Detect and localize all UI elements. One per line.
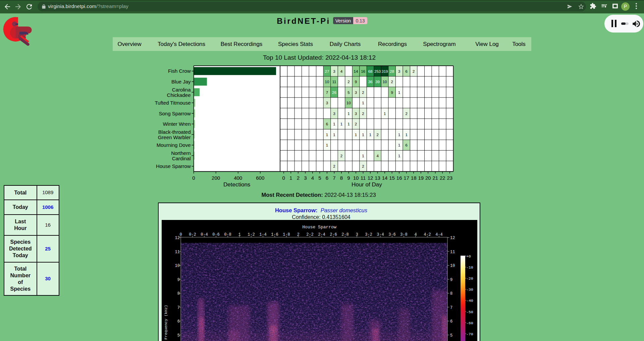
svg-text:Detections: Detections — [223, 181, 250, 188]
svg-text:Frequency (kHz): Frequency (kHz) — [164, 305, 168, 340]
svg-text:Black-throated: Black-throated — [158, 129, 191, 135]
svg-text:21: 21 — [432, 175, 438, 181]
svg-text:1: 1 — [333, 133, 335, 137]
svg-text:Northern: Northern — [171, 150, 191, 156]
svg-text:3: 3 — [304, 175, 307, 181]
svg-text:3: 3 — [326, 101, 328, 105]
svg-text:26: 26 — [332, 91, 336, 95]
svg-text:14: 14 — [354, 69, 358, 73]
svg-text:-10: -10 — [466, 265, 473, 270]
svg-text:20: 20 — [425, 175, 431, 181]
svg-text:1: 1 — [355, 133, 357, 137]
svg-text:11: 11 — [361, 175, 366, 181]
svg-text:1: 1 — [405, 133, 407, 137]
svg-text:2: 2 — [376, 133, 378, 137]
svg-text:7: 7 — [326, 91, 328, 95]
svg-text:68: 68 — [368, 69, 373, 73]
svg-text:11: 11 — [332, 80, 336, 84]
svg-text:12: 12 — [368, 175, 373, 181]
svg-text:400: 400 — [234, 175, 242, 181]
svg-text:9: 9 — [391, 91, 393, 95]
svg-text:9: 9 — [450, 278, 452, 282]
svg-text:6: 6 — [405, 69, 407, 73]
svg-text:1: 1 — [398, 154, 400, 158]
svg-text:0: 0 — [192, 175, 195, 181]
svg-text:7: 7 — [177, 305, 180, 310]
svg-text:2: 2 — [362, 91, 364, 95]
svg-text:Blue Jay: Blue Jay — [171, 79, 191, 84]
svg-text:Green Warbler: Green Warbler — [158, 134, 191, 140]
svg-text:1: 1 — [362, 154, 364, 158]
svg-text:12: 12 — [175, 236, 180, 240]
svg-text:7: 7 — [333, 175, 335, 181]
svg-text:4: 4 — [376, 154, 379, 158]
svg-text:3: 3 — [333, 112, 335, 116]
svg-text:4: 4 — [311, 175, 314, 181]
svg-text:2: 2 — [405, 112, 407, 116]
svg-text:6: 6 — [177, 319, 180, 324]
svg-text:5: 5 — [318, 175, 321, 181]
svg-text:-40: -40 — [466, 298, 473, 303]
svg-text:14: 14 — [382, 175, 388, 181]
svg-text:6: 6 — [326, 175, 328, 181]
svg-text:10: 10 — [325, 80, 329, 84]
svg-text:Cardinal: Cardinal — [172, 156, 191, 161]
svg-text:1: 1 — [362, 101, 364, 105]
svg-text:1: 1 — [340, 122, 342, 126]
svg-text:27: 27 — [325, 69, 329, 73]
svg-text:+0: +0 — [466, 254, 471, 259]
svg-text:Fish Crow: Fish Crow — [168, 68, 191, 74]
svg-text:Hour of Day: Hour of Day — [352, 181, 382, 188]
svg-text:9: 9 — [347, 175, 350, 181]
svg-text:5: 5 — [177, 333, 180, 338]
svg-text:19: 19 — [418, 175, 424, 181]
svg-text:23: 23 — [447, 175, 452, 181]
svg-text:8: 8 — [177, 291, 180, 296]
svg-text:8: 8 — [450, 291, 452, 296]
svg-text:House Sparrow: House Sparrow — [156, 163, 191, 169]
svg-text:319: 319 — [382, 69, 388, 73]
svg-text:3: 3 — [355, 91, 357, 95]
svg-text:-50: -50 — [466, 310, 473, 314]
svg-text:18: 18 — [411, 175, 417, 181]
svg-text:6: 6 — [450, 319, 452, 324]
svg-text:Tufted Titmouse: Tufted Titmouse — [155, 100, 191, 106]
svg-text:6: 6 — [326, 122, 328, 126]
svg-text:-30: -30 — [466, 287, 473, 292]
svg-text:15: 15 — [389, 175, 395, 181]
svg-text:1: 1 — [289, 175, 292, 181]
svg-text:253: 253 — [374, 69, 381, 73]
svg-text:2: 2 — [347, 80, 350, 84]
svg-text:16: 16 — [396, 175, 402, 181]
svg-text:2: 2 — [362, 164, 364, 168]
svg-text:10: 10 — [353, 175, 359, 181]
svg-text:2: 2 — [333, 164, 335, 168]
svg-text:1: 1 — [398, 91, 400, 95]
svg-text:3: 3 — [355, 112, 357, 116]
svg-text:Winter Wren: Winter Wren — [163, 121, 191, 127]
svg-text:Chickadee: Chickadee — [167, 92, 191, 98]
svg-text:28: 28 — [390, 69, 394, 73]
svg-text:3: 3 — [398, 69, 400, 73]
svg-text:1: 1 — [326, 143, 328, 147]
svg-text:1: 1 — [347, 122, 350, 126]
svg-text:-70: -70 — [466, 332, 473, 336]
svg-text:1: 1 — [369, 133, 371, 137]
svg-text:1: 1 — [347, 112, 350, 116]
svg-text:-20: -20 — [466, 276, 473, 281]
svg-text:12: 12 — [450, 236, 455, 240]
svg-text:22: 22 — [440, 175, 445, 181]
svg-text:2: 2 — [355, 122, 357, 126]
svg-text:1: 1 — [398, 133, 400, 137]
svg-text:1: 1 — [398, 143, 400, 147]
svg-text:2: 2 — [391, 80, 393, 84]
svg-text:1: 1 — [384, 112, 386, 116]
svg-text:House Sparrow: House Sparrow — [302, 225, 336, 230]
svg-text:Carolina: Carolina — [172, 87, 191, 93]
svg-text:4: 4 — [340, 69, 343, 73]
svg-text:9: 9 — [355, 80, 357, 84]
svg-text:2: 2 — [362, 112, 364, 116]
svg-text:16: 16 — [361, 69, 365, 73]
svg-text:6: 6 — [405, 143, 407, 147]
svg-text:11: 11 — [450, 250, 455, 254]
